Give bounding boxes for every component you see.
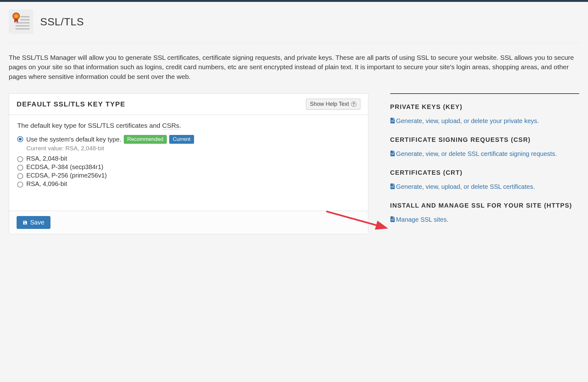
link-text: Generate, view, upload, or delete SSL ce… xyxy=(396,183,535,190)
panel-body: The default key type for SSL/TLS certifi… xyxy=(9,115,368,211)
panel-description: The default key type for SSL/TLS certifi… xyxy=(17,122,360,129)
svg-marker-7 xyxy=(14,18,18,23)
save-button-label: Save xyxy=(30,219,45,226)
content-row: DEFAULT SSL/TLS KEY TYPE Show Help Text … xyxy=(9,93,579,235)
file-icon xyxy=(390,118,395,123)
page-container: SSL/TLS The SSL/TLS Manager will allow y… xyxy=(0,2,588,247)
radio-label: ECDSA, P-256 (prime256v1) xyxy=(26,172,107,179)
radio-input-rsa-4096[interactable] xyxy=(17,182,23,188)
radio-input-system-default[interactable] xyxy=(17,136,23,142)
help-button-label: Show Help Text xyxy=(310,101,349,107)
radio-label: RSA, 4,096-bit xyxy=(26,180,67,188)
intro-text: The SSL/TLS Manager will allow you to ge… xyxy=(9,53,579,81)
panel-title: DEFAULT SSL/TLS KEY TYPE xyxy=(17,100,125,108)
sidebar-section-private-keys: PRIVATE KEYS (KEY) Generate, view, uploa… xyxy=(390,103,579,126)
radio-label: RSA, 2,048-bit xyxy=(26,155,67,162)
svg-rect-4 xyxy=(16,28,30,29)
page-title: SSL/TLS xyxy=(40,16,84,28)
certificates-link[interactable]: Generate, view, upload, or delete SSL ce… xyxy=(390,183,535,190)
current-badge: Current xyxy=(169,135,194,144)
svg-rect-0 xyxy=(20,16,29,18)
save-button[interactable]: Save xyxy=(17,216,50,229)
sidebar-section-certificates: CERTIFICATES (CRT) Generate, view, uploa… xyxy=(390,169,579,191)
key-type-panel: DEFAULT SSL/TLS KEY TYPE Show Help Text … xyxy=(9,93,368,234)
recommended-badge: Recommended xyxy=(124,135,167,144)
panel-desc-suffix: . xyxy=(179,122,181,129)
csr-abbr: CSRs xyxy=(162,122,179,129)
right-column: PRIVATE KEYS (KEY) Generate, view, uploa… xyxy=(390,93,579,235)
ribbon-document-icon xyxy=(11,12,31,31)
radio-label: Use the system's default key type. xyxy=(26,136,121,143)
private-keys-link[interactable]: Generate, view, upload, or delete your p… xyxy=(390,117,539,124)
page-header: SSL/TLS xyxy=(9,2,579,43)
radio-option-ecdsa-p384: ECDSA, P-384 (secp384r1) xyxy=(17,163,360,171)
panel-header: DEFAULT SSL/TLS KEY TYPE Show Help Text … xyxy=(9,94,368,115)
radio-option-ecdsa-p256: ECDSA, P-256 (prime256v1) xyxy=(17,172,360,179)
panel-footer: Save xyxy=(9,211,368,234)
file-icon xyxy=(390,151,395,156)
radio-input-rsa-2048[interactable] xyxy=(17,156,23,162)
sidebar-heading: INSTALL AND MANAGE SSL FOR YOUR SITE (HT… xyxy=(390,202,579,209)
file-icon xyxy=(390,183,395,189)
radio-option-system-default: Use the system's default key type. Recom… xyxy=(17,135,360,152)
current-value-text: Current value: RSA, 2,048-bit xyxy=(26,145,360,152)
left-column: DEFAULT SSL/TLS KEY TYPE Show Help Text … xyxy=(9,93,368,234)
link-text: Generate, view, upload, or delete your p… xyxy=(396,117,539,124)
link-text: Manage SSL sites. xyxy=(396,216,449,223)
radio-option-rsa-2048: RSA, 2,048-bit xyxy=(17,155,360,162)
sidebar-heading: PRIVATE KEYS (KEY) xyxy=(390,103,579,111)
csr-link[interactable]: Generate, view, or delete SSL certificat… xyxy=(390,150,557,157)
sidebar-heading: CERTIFICATE SIGNING REQUESTS (CSR) xyxy=(390,136,579,143)
file-icon xyxy=(390,216,395,222)
key-type-options: Use the system's default key type. Recom… xyxy=(17,135,360,188)
svg-rect-1 xyxy=(20,19,29,20)
manage-ssl-sites-link[interactable]: Manage SSL sites. xyxy=(390,216,449,223)
question-circle-icon: ? xyxy=(351,101,356,107)
panel-desc-prefix: The default key type for SSL/TLS certifi… xyxy=(17,122,162,129)
sidebar-heading: CERTIFICATES (CRT) xyxy=(390,169,579,176)
show-help-text-button[interactable]: Show Help Text ? xyxy=(306,99,360,110)
save-disk-icon xyxy=(23,220,28,225)
radio-input-ecdsa-p384[interactable] xyxy=(17,165,23,171)
svg-rect-3 xyxy=(16,25,30,27)
link-text: Generate, view, or delete SSL certificat… xyxy=(396,150,557,157)
ssl-tls-app-icon xyxy=(9,9,33,34)
sidebar-section-csr: CERTIFICATE SIGNING REQUESTS (CSR) Gener… xyxy=(390,136,579,158)
radio-option-rsa-4096: RSA, 4,096-bit xyxy=(17,180,360,188)
sidebar-section-install-manage: INSTALL AND MANAGE SSL FOR YOUR SITE (HT… xyxy=(390,202,579,224)
radio-label: ECDSA, P-384 (secp384r1) xyxy=(26,163,103,171)
radio-input-ecdsa-p256[interactable] xyxy=(17,173,23,179)
